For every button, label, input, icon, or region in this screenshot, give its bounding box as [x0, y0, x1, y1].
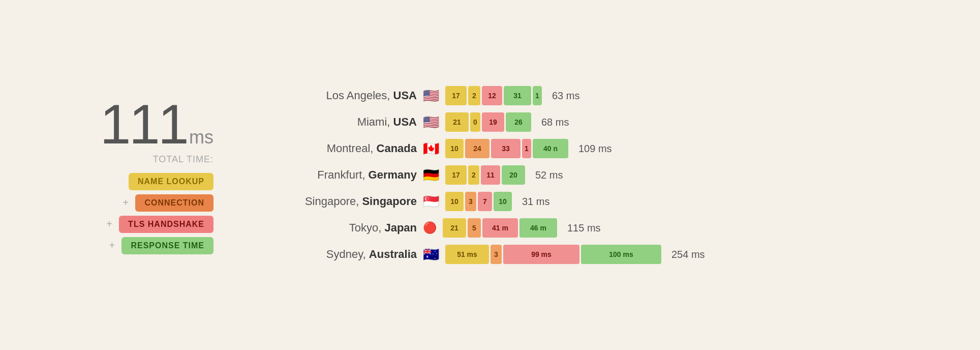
location-name-montreal: Montreal, Canada: [254, 142, 417, 155]
bar: 21: [443, 218, 466, 238]
total-time-display: 111 ms: [100, 96, 213, 152]
bar: 19: [482, 112, 504, 132]
legend-badge-connection: CONNECTION: [135, 194, 213, 212]
flag-australia: 🇦🇺: [423, 247, 439, 262]
total-singapore: 31 ms: [522, 196, 549, 208]
legend-plus-3: +: [105, 218, 114, 230]
total-time-label: TOTAL TIME:: [153, 154, 213, 165]
list-item: Montreal, Canada 🇨🇦 10 24 33 1 40 n 109 …: [254, 139, 950, 158]
bar: 5: [468, 218, 481, 238]
bars-tokyo: 21 5 41 m 46 m: [443, 218, 557, 238]
legend-items: NAME LOOKUP + CONNECTION + TLS HANDSHAKE…: [30, 173, 213, 254]
bar: 40 n: [533, 139, 568, 158]
total-frankfurt: 52 ms: [535, 169, 563, 181]
location-name-frankfurt: Frankfurt, Germany: [254, 168, 417, 182]
total-tokyo: 115 ms: [567, 222, 601, 234]
bar: 12: [482, 86, 502, 105]
bar: 10: [445, 139, 464, 158]
bar: 20: [502, 165, 525, 185]
location-name-tokyo: Tokyo, Japan: [254, 221, 417, 235]
legend-row-response: + RESPONSE TIME: [107, 237, 213, 254]
bar: 100 ms: [581, 245, 661, 264]
legend-badge-response: RESPONSE TIME: [121, 237, 213, 254]
legend-plus-4: +: [107, 240, 116, 251]
bar: 46 m: [519, 218, 557, 238]
list-item: Frankfurt, Germany 🇩🇪 17 2 11 20 52 ms: [254, 165, 950, 185]
left-panel: 111 ms TOTAL TIME: NAME LOOKUP + CONNECT…: [30, 96, 213, 254]
bars-montreal: 10 24 33 1 40 n: [445, 139, 568, 158]
bar: 10: [494, 192, 512, 211]
flag-usa-miami: 🇺🇸: [423, 114, 439, 130]
total-miami: 68 ms: [541, 116, 569, 128]
bars-miami: 21 0 19 26: [445, 112, 531, 132]
legend-plus-2: +: [121, 197, 130, 209]
flag-germany: 🇩🇪: [423, 167, 439, 183]
bar: 17: [445, 165, 467, 185]
bar: 2: [468, 86, 480, 105]
list-item: Tokyo, Japan 🔴 21 5 41 m 46 m 115 ms: [254, 218, 950, 238]
bar: 3: [465, 192, 476, 211]
bars-frankfurt: 17 2 11 20: [445, 165, 525, 185]
flag-singapore: 🇸🇬: [423, 194, 439, 210]
flag-canada: 🇨🇦: [423, 141, 439, 157]
bar: 0: [470, 112, 480, 132]
bars-sydney: 51 ms 3 99 ms 100 ms: [445, 245, 661, 264]
bar: 11: [481, 165, 500, 185]
bar: 1: [522, 139, 531, 158]
list-item: Singapore, Singapore 🇸🇬 10 3 7 10 31 ms: [254, 192, 950, 211]
main-container: 111 ms TOTAL TIME: NAME LOOKUP + CONNECT…: [0, 71, 980, 279]
list-item: Los Angeles, USA 🇺🇸 17 2 12 31 1 63 ms: [254, 86, 950, 105]
bar: 7: [478, 192, 492, 211]
right-panel: Los Angeles, USA 🇺🇸 17 2 12 31 1 63 ms M…: [254, 86, 950, 264]
bar: 2: [468, 165, 479, 185]
bar: 31: [504, 86, 531, 105]
location-name-singapore: Singapore, Singapore: [254, 195, 417, 208]
legend-row-name-lookup: NAME LOOKUP: [114, 173, 213, 190]
bar: 33: [491, 139, 520, 158]
total-montreal: 109 ms: [578, 143, 612, 155]
total-sydney: 254 ms: [671, 249, 705, 260]
list-item: Miami, USA 🇺🇸 21 0 19 26 68 ms: [254, 112, 950, 132]
legend-row-tls: + TLS HANDSHAKE: [105, 216, 213, 233]
bar: 51 ms: [445, 245, 489, 264]
flag-japan: 🔴: [423, 221, 437, 235]
list-item: Sydney, Australia 🇦🇺 51 ms 3 99 ms 100 m…: [254, 245, 950, 264]
total-ms-unit: ms: [189, 127, 213, 148]
location-name-miami: Miami, USA: [254, 115, 417, 129]
total-la: 63 ms: [552, 90, 579, 102]
flag-usa-la: 🇺🇸: [423, 88, 439, 104]
bar: 21: [445, 112, 469, 132]
bars-singapore: 10 3 7 10: [445, 192, 512, 211]
bar: 41 m: [482, 218, 518, 238]
legend-badge-name-lookup: NAME LOOKUP: [129, 173, 213, 190]
bar: 26: [506, 112, 531, 132]
bar: 3: [491, 245, 502, 264]
legend-row-connection: + CONNECTION: [121, 194, 213, 212]
location-name-sydney: Sydney, Australia: [254, 248, 417, 261]
bars-la: 17 2 12 31 1: [445, 86, 542, 105]
bar: 99 ms: [503, 245, 579, 264]
total-ms-number: 111: [100, 96, 187, 152]
legend-badge-tls: TLS HANDSHAKE: [119, 216, 213, 233]
location-name-la: Los Angeles, USA: [254, 89, 417, 102]
bar: 24: [465, 139, 489, 158]
bar: 17: [445, 86, 467, 105]
bar: 10: [445, 192, 464, 211]
bar: 1: [533, 86, 542, 105]
